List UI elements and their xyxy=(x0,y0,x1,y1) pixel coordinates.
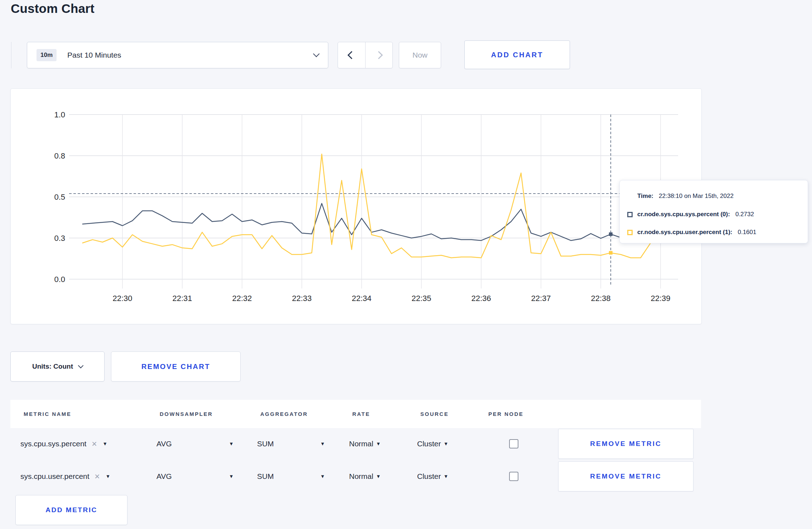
downsampler-value: AVG xyxy=(156,472,172,481)
per-node-cell xyxy=(485,439,542,448)
per-node-checkbox[interactable] xyxy=(509,472,518,481)
chevron-down-icon: ▾ xyxy=(103,441,106,447)
remove-metric-button[interactable]: REMOVE METRIC xyxy=(558,429,693,459)
chevron-down-icon: ▾ xyxy=(445,474,448,479)
remove-chart-button[interactable]: REMOVE CHART xyxy=(111,351,241,382)
rate-value: Normal xyxy=(349,472,373,481)
y-tick-label: 0.5 xyxy=(54,193,65,202)
x-tick-label: 22:34 xyxy=(352,294,371,303)
add-chart-button[interactable]: ADD CHART xyxy=(464,40,570,69)
tooltip-time-label: Time: xyxy=(637,193,653,200)
rate-value: Normal xyxy=(349,440,373,448)
x-tick-label: 22:36 xyxy=(471,294,491,303)
chevron-down-icon: ▾ xyxy=(107,474,110,479)
units-select[interactable]: Units: Count xyxy=(10,351,105,382)
y-tick-label: 0.0 xyxy=(54,275,65,284)
per-node-cell xyxy=(485,472,542,481)
timeframe-select[interactable]: 10m Past 10 Minutes xyxy=(27,42,328,68)
series-line-0 xyxy=(83,203,671,241)
x-tick-label: 22:38 xyxy=(591,294,610,303)
prev-time-button[interactable] xyxy=(338,42,365,68)
rate-select[interactable]: Normal ▾ xyxy=(349,440,417,448)
series-1-legend-icon xyxy=(627,230,633,235)
tooltip-series-row: cr.node.sys.cpu.user.percent (1): 0.1601 xyxy=(620,229,756,236)
add-metric-button[interactable]: ADD METRIC xyxy=(15,495,127,525)
remove-metric-label: REMOVE METRIC xyxy=(590,440,661,448)
aggregator-select[interactable]: SUM ▾ xyxy=(257,472,324,481)
chevron-down-icon: ▾ xyxy=(445,441,448,447)
remove-chart-label: REMOVE CHART xyxy=(141,363,210,371)
tooltip-time-row: Time: 22:38:10 on Mar 15th, 2022 xyxy=(620,193,734,200)
col-header-rate: RATE xyxy=(349,411,417,417)
cpu-chart-svg[interactable]: 0.00.30.50.81.022:3022:3122:3222:3322:34… xyxy=(11,89,701,324)
series-0-legend-icon xyxy=(627,212,633,217)
remove-metric-button[interactable]: REMOVE METRIC xyxy=(558,461,693,491)
chevron-down-icon: ▾ xyxy=(321,441,324,447)
table-row: sys.cpu.sys.percent ✕ ▾ AVG ▾ SUM ▾ Norm… xyxy=(10,429,701,459)
clear-icon[interactable]: ✕ xyxy=(91,440,97,448)
downsampler-cell: AVG ▾ xyxy=(156,472,257,481)
actions-cell: REMOVE METRIC xyxy=(542,461,701,491)
metric-name-select[interactable]: sys.cpu.sys.percent ✕ ▾ xyxy=(20,440,156,448)
metric-name-value: sys.cpu.user.percent xyxy=(20,472,90,481)
chevron-down-icon xyxy=(313,50,319,57)
y-tick-label: 1.0 xyxy=(54,110,65,119)
metric-name-select[interactable]: sys.cpu.user.percent ✕ ▾ xyxy=(20,472,156,481)
col-header-per-node: PER NODE xyxy=(485,411,542,417)
add-metric-label: ADD METRIC xyxy=(45,506,97,514)
units-label: Units: Count xyxy=(32,363,73,370)
timeframe-label: Past 10 Minutes xyxy=(67,51,121,59)
chevron-down-icon: ▾ xyxy=(377,474,380,479)
y-tick-label: 0.8 xyxy=(54,151,65,160)
metric-name-value: sys.cpu.sys.percent xyxy=(20,440,86,448)
chevron-down-icon: ▾ xyxy=(321,474,324,479)
time-nav-group xyxy=(338,42,393,68)
chevron-down-icon: ▾ xyxy=(230,441,233,447)
x-tick-label: 22:30 xyxy=(112,294,132,303)
source-value: Cluster xyxy=(417,440,441,448)
table-row: sys.cpu.user.percent ✕ ▾ AVG ▾ SUM ▾ Nor… xyxy=(10,461,701,491)
aggregator-value: SUM xyxy=(257,472,274,481)
next-time-button[interactable] xyxy=(365,42,393,68)
page-title: Custom Chart xyxy=(11,1,95,16)
chevron-down-icon: ▾ xyxy=(377,441,380,447)
now-button-label: Now xyxy=(412,51,427,59)
chevron-left-icon xyxy=(347,51,356,59)
series-line-1 xyxy=(83,154,671,258)
aggregator-value: SUM xyxy=(257,440,274,448)
source-select[interactable]: Cluster ▾ xyxy=(417,472,485,481)
hover-point-0 xyxy=(609,232,613,236)
chevron-right-icon xyxy=(375,51,383,59)
aggregator-select[interactable]: SUM ▾ xyxy=(257,440,324,448)
tooltip-series-0-value: 0.2732 xyxy=(735,211,754,218)
downsampler-select[interactable]: AVG ▾ xyxy=(156,472,233,481)
x-tick-label: 22:35 xyxy=(411,294,431,303)
chart-tooltip: Time: 22:38:10 on Mar 15th, 2022 cr.node… xyxy=(619,180,808,243)
source-value: Cluster xyxy=(417,472,441,481)
col-header-source: SOURCE xyxy=(417,411,485,417)
chevron-down-icon: ▾ xyxy=(230,474,233,479)
hover-point-1 xyxy=(609,251,613,254)
now-button[interactable]: Now xyxy=(399,42,441,68)
rate-select[interactable]: Normal ▾ xyxy=(349,472,417,481)
tooltip-series-row: cr.node.sys.cpu.sys.percent (0): 0.2732 xyxy=(620,211,754,218)
x-tick-label: 22:32 xyxy=(232,294,252,303)
tooltip-series-1-value: 0.1601 xyxy=(738,229,756,236)
tooltip-time-value: 22:38:10 on Mar 15th, 2022 xyxy=(659,193,734,200)
add-chart-label: ADD CHART xyxy=(491,51,543,59)
downsampler-select[interactable]: AVG ▾ xyxy=(156,440,233,448)
downsampler-value: AVG xyxy=(156,440,172,448)
source-select[interactable]: Cluster ▾ xyxy=(417,440,485,448)
col-header-downsampler: DOWNSAMPLER xyxy=(156,411,257,417)
toolbar-divider xyxy=(11,42,11,68)
x-tick-label: 22:37 xyxy=(531,294,551,303)
clear-icon[interactable]: ✕ xyxy=(95,472,100,481)
aggregator-cell: SUM ▾ xyxy=(257,440,349,448)
actions-cell: REMOVE METRIC xyxy=(542,429,701,459)
col-header-metric-name: METRIC NAME xyxy=(20,411,156,417)
per-node-checkbox[interactable] xyxy=(509,439,518,448)
aggregator-cell: SUM ▾ xyxy=(257,472,349,481)
downsampler-cell: AVG ▾ xyxy=(156,440,257,448)
x-tick-label: 22:31 xyxy=(172,294,192,303)
y-tick-label: 0.3 xyxy=(54,234,65,243)
